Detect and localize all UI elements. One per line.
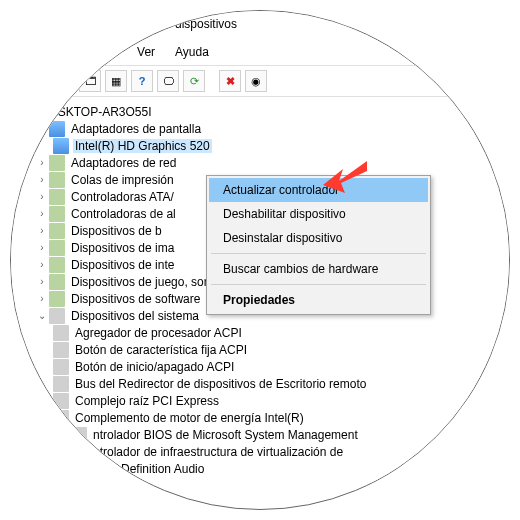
expand-icon[interactable]: › [35, 191, 49, 202]
expand-icon[interactable]: › [35, 208, 49, 219]
node-intel-mgmt[interactable]: Complemento de motor de energía Intel(R) [15, 409, 510, 426]
expand-icon[interactable]: › [35, 276, 49, 287]
node-bios-sm[interactable]: ntrolador BIOS de Microsoft System Manag… [15, 426, 510, 443]
node-rd-bus[interactable]: Bus del Redirector de dispositivos de Es… [15, 375, 510, 392]
menu-accion[interactable]: Acción [79, 43, 119, 61]
node-label: Dispositivos del sistema [69, 309, 201, 323]
expand-icon[interactable]: › [35, 242, 49, 253]
node-label: Bus del Redirector de dispositivos de Es… [73, 377, 368, 391]
menu-ver[interactable]: Ver [135, 43, 157, 61]
expand-icon[interactable]: › [35, 174, 49, 185]
node-label: Intel(R) HD Graphics 520 [73, 139, 212, 153]
device-icon [49, 240, 65, 256]
device-icon [49, 206, 65, 222]
system-device-icon [53, 410, 69, 426]
expand-icon[interactable]: › [35, 225, 49, 236]
menu-archivo[interactable]: Archivo [19, 43, 63, 61]
separator [211, 253, 426, 254]
root-label: DESKTOP-AR3O55I [39, 105, 153, 119]
system-device-icon [71, 427, 87, 443]
ctx-update-driver[interactable]: Actualizar controlador [209, 178, 428, 202]
node-label: Botón de inicio/apagado ACPI [73, 360, 236, 374]
context-menu: Actualizar controlador Deshabilitar disp… [206, 175, 431, 315]
computer-icon [19, 104, 35, 120]
node-label: ntrolador de infraestructura de virtuali… [91, 445, 345, 459]
window-title: r de dispositivos [11, 11, 510, 41]
expand-icon[interactable]: › [35, 259, 49, 270]
node-display-adapters[interactable]: ⌄ Adaptadores de pantalla [15, 120, 510, 137]
tree-root[interactable]: DESKTOP-AR3O55I [15, 103, 510, 120]
system-device-icon [53, 393, 69, 409]
node-intel-hd-graphics[interactable]: Intel(R) HD Graphics 520 [15, 137, 510, 154]
device-icon [49, 155, 65, 171]
node-label: Complejo raíz PCI Express [73, 394, 221, 408]
system-device-icon [53, 376, 69, 392]
title-text: r de dispositivos [151, 17, 237, 31]
node-virt[interactable]: ntrolador de infraestructura de virtuali… [15, 443, 510, 460]
ctx-disable-device[interactable]: Deshabilitar dispositivo [209, 202, 428, 226]
device-icon [49, 223, 65, 239]
node-hd-audio[interactable]: High Definition Audio [15, 460, 510, 477]
collapse-icon[interactable]: ⌄ [35, 310, 49, 321]
node-label: Dispositivos de b [69, 224, 164, 238]
device-icon [49, 274, 65, 290]
device-icon [49, 257, 65, 273]
toolbar-uninstall-button[interactable]: ✖ [219, 70, 241, 92]
node-label: Dispositivos de inte [69, 258, 176, 272]
node-label: Dispositivos de software [69, 292, 202, 306]
toolbar-help-button[interactable]: ? [131, 70, 153, 92]
menu-bar: Archivo Acción Ver Ayuda [11, 41, 510, 66]
svg-marker-0 [323, 161, 367, 193]
ctx-properties[interactable]: Propiedades [209, 288, 428, 312]
toolbar-scan-button[interactable]: ◉ [245, 70, 267, 92]
node-pci-root[interactable]: Complejo raíz PCI Express [15, 392, 510, 409]
display-adapter-icon [49, 121, 65, 137]
toolbar-monitor-button[interactable]: 🖵 [157, 70, 179, 92]
toolbar-back-button[interactable]: ◄ [17, 70, 39, 92]
node-label: High Definition Audio [91, 462, 206, 476]
node-label: Agregador de procesador ACPI [73, 326, 244, 340]
menu-ayuda[interactable]: Ayuda [173, 43, 211, 61]
node-acpi-fixed[interactable]: Botón de característica fija ACPI [15, 341, 510, 358]
separator [211, 284, 426, 285]
toolbar-props-button[interactable]: 🗔 [79, 70, 101, 92]
toolbar-refresh-button[interactable]: ⟳ [183, 70, 205, 92]
node-label: Adaptadores de pantalla [69, 122, 203, 136]
toolbar: ◄ ► 🗔 ▦ ? 🖵 ⟳ ✖ ◉ [11, 66, 510, 97]
system-device-icon [71, 444, 87, 460]
system-device-icon [53, 325, 69, 341]
node-label: Controladoras ATA/ [69, 190, 176, 204]
system-device-icon [71, 461, 87, 477]
node-label: Complemento de motor de energía Intel(R) [73, 411, 306, 425]
system-icon [49, 308, 65, 324]
system-device-icon [53, 359, 69, 375]
node-acpi-power[interactable]: Botón de inicio/apagado ACPI [15, 358, 510, 375]
ctx-scan-hardware[interactable]: Buscar cambios de hardware [209, 257, 428, 281]
toolbar-table-button[interactable]: ▦ [105, 70, 127, 92]
annotation-arrow-icon [321, 159, 369, 195]
expand-icon[interactable]: › [35, 157, 49, 168]
node-acpi-aggregator[interactable]: Agregador de procesador ACPI [15, 324, 510, 341]
device-icon [49, 189, 65, 205]
node-label: Adaptadores de red [69, 156, 178, 170]
expand-icon[interactable]: › [35, 293, 49, 304]
system-device-icon [53, 342, 69, 358]
node-label: Botón de característica fija ACPI [73, 343, 249, 357]
node-network-adapters[interactable]: › Adaptadores de red [15, 154, 510, 171]
node-label: Controladoras de al [69, 207, 178, 221]
toolbar-forward-button[interactable]: ► [43, 70, 65, 92]
collapse-icon[interactable]: ⌄ [35, 123, 49, 134]
node-label: Dispositivos de ima [69, 241, 176, 255]
ctx-uninstall-device[interactable]: Desinstalar dispositivo [209, 226, 428, 250]
device-icon [49, 172, 65, 188]
display-adapter-icon [53, 138, 69, 154]
device-icon [49, 291, 65, 307]
node-label: ntrolador BIOS de Microsoft System Manag… [91, 428, 360, 442]
node-label: Colas de impresión [69, 173, 176, 187]
